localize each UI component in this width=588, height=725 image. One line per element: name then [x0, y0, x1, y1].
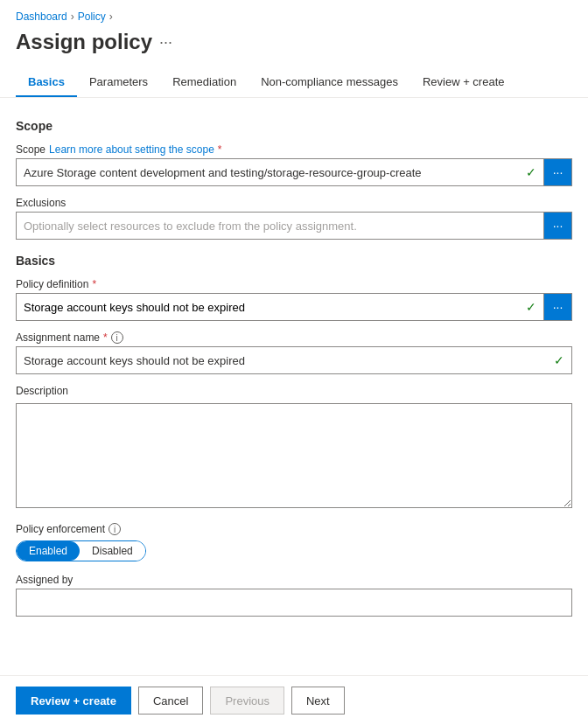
exclusions-input-row: ···: [16, 212, 572, 240]
toggle-disabled[interactable]: Disabled: [80, 541, 145, 561]
assigned-by-input[interactable]: [16, 589, 572, 617]
tab-parameters[interactable]: Parameters: [77, 68, 160, 97]
basics-section: Basics Policy definition * ✓ ··· Assignm…: [16, 254, 572, 617]
assigned-by-label-text: Assigned by: [16, 574, 73, 586]
breadcrumb-policy[interactable]: Policy: [78, 10, 106, 23]
cancel-button[interactable]: Cancel: [138, 687, 203, 715]
assignment-name-label-text: Assignment name: [16, 331, 100, 344]
more-options-icon[interactable]: ···: [159, 33, 172, 52]
policy-def-browse-button[interactable]: ···: [544, 293, 572, 321]
assignment-name-label: Assignment name * i: [16, 331, 572, 344]
policy-enforcement-label: Policy enforcement i: [16, 523, 572, 535]
scope-input-field[interactable]: ✓: [16, 158, 544, 186]
next-button[interactable]: Next: [291, 687, 345, 715]
policy-enforcement-label-text: Policy enforcement: [16, 523, 105, 535]
assignment-name-required: *: [103, 331, 108, 344]
policy-def-required: *: [92, 278, 96, 290]
breadcrumb-dashboard[interactable]: Dashboard: [16, 10, 67, 23]
exclusions-label-text: Exclusions: [16, 197, 66, 209]
assignment-name-info-icon[interactable]: i: [111, 331, 123, 344]
tab-non-compliance[interactable]: Non-compliance messages: [248, 68, 410, 97]
scope-browse-button[interactable]: ···: [544, 158, 572, 186]
policy-def-row: ✓ ···: [16, 293, 572, 321]
review-create-button[interactable]: Review + create: [16, 687, 131, 715]
description-label-text: Description: [16, 385, 68, 397]
description-label: Description: [16, 385, 572, 397]
basics-section-title: Basics: [16, 254, 572, 268]
scope-section: Scope Scope Learn more about setting the…: [16, 119, 572, 240]
assignment-name-check-icon: ✓: [547, 353, 571, 367]
tab-remediation[interactable]: Remediation: [160, 68, 248, 97]
breadcrumb-sep-1: ›: [71, 10, 74, 23]
policy-enforcement-info-icon[interactable]: i: [108, 523, 121, 535]
policy-def-input[interactable]: [17, 301, 519, 314]
exclusions-browse-button[interactable]: ···: [544, 212, 572, 240]
footer: Review + create Cancel Previous Next: [0, 675, 588, 725]
policy-def-check-icon: ✓: [519, 300, 543, 314]
scope-learn-more-link[interactable]: Learn more about setting the scope: [49, 143, 214, 156]
description-textarea[interactable]: [16, 403, 572, 508]
policy-enforcement-toggle[interactable]: Enabled Disabled: [16, 540, 146, 561]
scope-input-row: ✓ ···: [16, 158, 572, 186]
tab-basics[interactable]: Basics: [16, 68, 77, 97]
scope-required-indicator: *: [218, 143, 222, 156]
policy-def-label-text: Policy definition: [16, 278, 88, 290]
scope-label-text: Scope: [16, 143, 46, 156]
tab-review-create[interactable]: Review + create: [410, 68, 517, 97]
main-content: Scope Scope Learn more about setting the…: [0, 98, 588, 675]
breadcrumb-sep-2: ›: [109, 10, 113, 23]
assignment-name-input[interactable]: [17, 350, 547, 372]
scope-section-title: Scope: [16, 119, 572, 133]
exclusions-field-label: Exclusions: [16, 197, 572, 209]
page-title-row: Assign policy ···: [0, 26, 588, 68]
policy-def-input-container[interactable]: ✓: [16, 293, 544, 321]
assignment-name-field[interactable]: ✓: [16, 346, 572, 374]
previous-button: Previous: [210, 687, 284, 715]
scope-check-icon: ✓: [519, 165, 543, 179]
scope-text-input[interactable]: [17, 162, 519, 184]
policy-def-label: Policy definition *: [16, 278, 572, 290]
assigned-by-label: Assigned by: [16, 574, 572, 586]
breadcrumb: Dashboard › Policy ›: [0, 0, 588, 26]
toggle-enabled[interactable]: Enabled: [17, 541, 80, 561]
scope-field-label: Scope Learn more about setting the scope…: [16, 143, 572, 156]
tab-bar: Basics Parameters Remediation Non-compli…: [0, 68, 588, 98]
exclusions-input[interactable]: [16, 212, 544, 240]
page-title: Assign policy: [16, 30, 152, 54]
